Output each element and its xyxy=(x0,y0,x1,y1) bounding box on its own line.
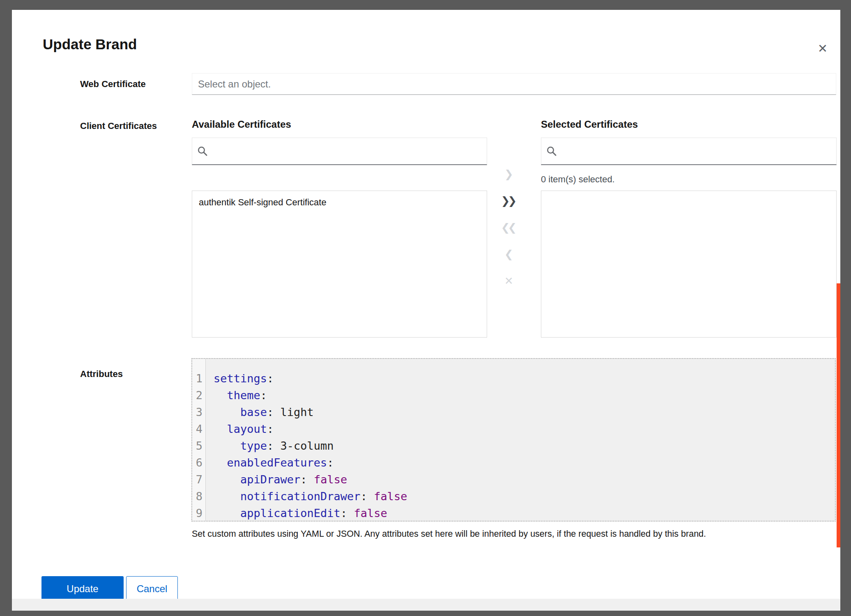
selected-certificates-search[interactable] xyxy=(541,138,837,165)
line-number: 7 xyxy=(192,471,206,488)
search-icon xyxy=(546,146,557,156)
code-lines: 1settings:2 theme:3 base: light4 layout:… xyxy=(192,370,835,522)
available-certificates-header: Available Certificates xyxy=(192,119,291,130)
attributes-label: Attributes xyxy=(80,369,123,379)
code-line: 7 apiDrawer: false xyxy=(192,471,835,488)
web-certificate-select[interactable] xyxy=(192,73,836,95)
selected-certificates-list[interactable] xyxy=(541,191,837,338)
code-line: 8 notificationDrawer: false xyxy=(192,488,835,505)
code-line: 6 enabledFeatures: xyxy=(192,454,835,471)
scroll-indicator[interactable] xyxy=(837,283,840,547)
available-certificates-search[interactable] xyxy=(192,138,487,165)
transfer-controls: ❯❯❯❮❮❮✕ xyxy=(492,165,526,299)
update-button[interactable]: Update xyxy=(41,576,124,602)
close-icon[interactable]: ✕ xyxy=(813,39,833,57)
line-number: 9 xyxy=(192,505,206,522)
line-number: 4 xyxy=(192,421,206,437)
line-number: 1 xyxy=(192,370,206,387)
web-certificate-label: Web Certificate xyxy=(80,79,146,90)
update-brand-modal: Update Brand ✕ Web Certificate Client Ce… xyxy=(12,10,840,611)
cancel-button[interactable]: Cancel xyxy=(126,576,178,602)
line-number: 6 xyxy=(192,454,206,471)
move-all-left-button[interactable]: ❮❮ xyxy=(497,218,521,237)
screen: Update Brand ✕ Web Certificate Client Ce… xyxy=(0,0,851,616)
attributes-help-text: Set custom attributes using YAML or JSON… xyxy=(192,529,820,539)
selected-search-input[interactable] xyxy=(561,145,831,157)
modal-title: Update Brand xyxy=(43,36,137,53)
code-line: 4 layout: xyxy=(192,421,835,437)
line-number: 5 xyxy=(192,437,206,454)
certificate-list-item[interactable]: authentik Self-signed Certificate xyxy=(192,191,487,214)
client-certificates-label: Client Certificates xyxy=(80,121,157,131)
code-line: 5 type: 3-column xyxy=(192,437,835,454)
clear-selection-button[interactable]: ✕ xyxy=(497,272,521,290)
code-line: 3 base: light xyxy=(192,404,835,421)
line-number: 3 xyxy=(192,404,206,421)
search-icon xyxy=(197,146,208,156)
line-number: 2 xyxy=(192,387,206,404)
move-all-right-button[interactable]: ❯❯ xyxy=(497,192,521,210)
modal-bottom-strip xyxy=(12,599,840,611)
code-line: 1settings: xyxy=(192,370,835,387)
selected-certificates-header: Selected Certificates xyxy=(541,119,638,130)
attributes-code-editor[interactable]: 1settings:2 theme:3 base: light4 layout:… xyxy=(191,358,836,522)
available-search-input[interactable] xyxy=(212,145,482,157)
selected-count-status: 0 item(s) selected. xyxy=(541,174,615,185)
code-line: 2 theme: xyxy=(192,387,835,404)
move-selected-right-button[interactable]: ❯ xyxy=(497,165,521,183)
code-line: 9 applicationEdit: false xyxy=(192,505,835,522)
available-certificates-list[interactable]: authentik Self-signed Certificate xyxy=(192,191,487,338)
line-number: 8 xyxy=(192,488,206,505)
move-selected-left-button[interactable]: ❮ xyxy=(497,245,521,263)
